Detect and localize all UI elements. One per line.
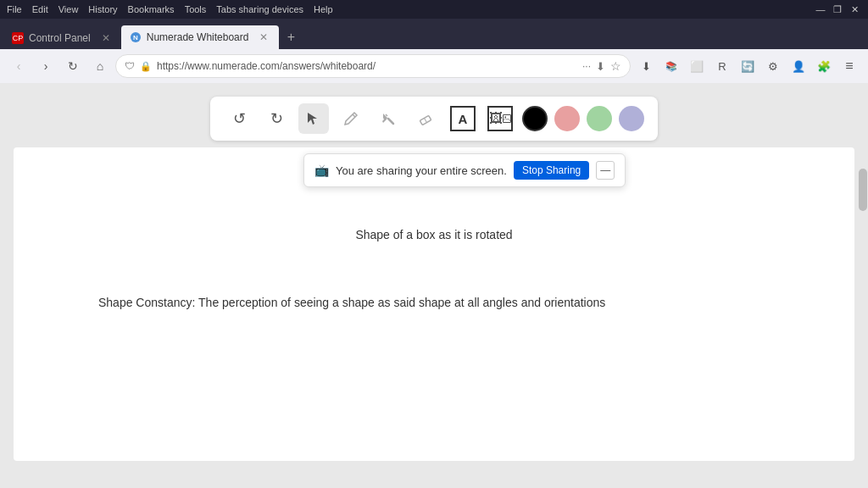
- forward-button[interactable]: ›: [34, 54, 58, 78]
- menu-view[interactable]: View: [58, 4, 79, 14]
- tab-bar: CP Control Panel ✕ N Numerade Whiteboard…: [0, 19, 868, 49]
- scrollbar-thumb[interactable]: [859, 169, 867, 211]
- url-text: https://www.numerade.com/answers/whitebo…: [157, 60, 577, 72]
- share-notification: 📺 You are sharing your entire screen. St…: [303, 153, 626, 187]
- svg-text:N: N: [133, 34, 138, 42]
- pen-tool[interactable]: [336, 103, 366, 134]
- menu-file[interactable]: File: [7, 4, 22, 14]
- shield-icon: 🛡: [125, 60, 135, 72]
- menu-button[interactable]: ≡: [837, 54, 861, 78]
- eraser-tool[interactable]: [410, 103, 441, 134]
- tab-whiteboard-label: Numerade Whiteboard: [147, 31, 249, 43]
- container-button[interactable]: ⬜: [685, 54, 709, 78]
- tab-numerade-whiteboard[interactable]: N Numerade Whiteboard ✕: [121, 25, 280, 49]
- whiteboard-canvas[interactable]: Shape of a box as it is rotated Shape Co…: [14, 147, 854, 461]
- restore-button[interactable]: ❐: [831, 3, 844, 16]
- scrollbar-vertical[interactable]: [858, 166, 868, 488]
- scrollbar-horizontal[interactable]: [0, 478, 858, 488]
- menu-tools[interactable]: Tools: [185, 4, 207, 14]
- back-button[interactable]: ‹: [7, 54, 31, 78]
- pocket-icon[interactable]: ⬇: [596, 60, 605, 73]
- undo-button[interactable]: ↺: [224, 103, 254, 134]
- minimize-button[interactable]: —: [814, 3, 827, 16]
- home-button[interactable]: ⌂: [88, 54, 112, 78]
- wrench-icon: [381, 111, 396, 126]
- svg-point-8: [504, 116, 506, 118]
- refresh-button[interactable]: ↻: [61, 54, 85, 78]
- text-icon: A: [450, 106, 476, 131]
- titlebar-controls: — ❐ ✕: [814, 3, 861, 16]
- cursor-icon: [306, 111, 321, 126]
- reader-button[interactable]: R: [710, 54, 734, 78]
- color-green[interactable]: [587, 106, 612, 131]
- address-bar[interactable]: 🛡 🔒 https://www.numerade.com/answers/whi…: [115, 54, 631, 78]
- svg-marker-2: [308, 113, 317, 125]
- image-tool[interactable]: [485, 103, 515, 134]
- cursor-tool[interactable]: [298, 103, 329, 134]
- share-notification-text: You are sharing your entire screen.: [336, 164, 507, 177]
- close-button[interactable]: ✕: [848, 3, 861, 16]
- stop-sharing-button[interactable]: Stop Sharing: [514, 161, 589, 180]
- control-panel-icon: CP: [12, 32, 24, 44]
- numerade-icon: N: [130, 31, 142, 43]
- text-label: A: [459, 112, 468, 126]
- menu-tabs-sharing[interactable]: Tabs sharing devices: [216, 4, 303, 14]
- eraser-icon: [418, 111, 433, 126]
- minimize-share-button[interactable]: —: [596, 161, 615, 180]
- menu-bookmarks[interactable]: Bookmarks: [128, 4, 175, 14]
- sync-button[interactable]: 🔄: [736, 54, 760, 78]
- svg-rect-7: [503, 114, 510, 122]
- share-screen-icon: 📺: [314, 164, 329, 177]
- titlebar-menu: File Edit View History Bookmarks Tools T…: [7, 4, 333, 14]
- library-button[interactable]: 📚: [659, 54, 683, 78]
- whiteboard-text-1: Shape of a box as it is rotated: [14, 228, 854, 241]
- main-content: 📺 You are sharing your entire screen. St…: [0, 83, 868, 488]
- svg-line-6: [425, 118, 427, 122]
- menu-history[interactable]: History: [88, 4, 117, 14]
- toolbar: ↺ ↻: [210, 97, 658, 141]
- whiteboard-text-2: Shape Constancy: The perception of seein…: [98, 296, 770, 309]
- new-tab-button[interactable]: +: [279, 25, 303, 49]
- text-tool[interactable]: A: [448, 103, 478, 134]
- downloads-button[interactable]: ⬇: [634, 54, 658, 78]
- pen-icon: [343, 111, 359, 126]
- titlebar: File Edit View History Bookmarks Tools T…: [0, 0, 868, 19]
- whiteboard-area: ↺ ↻: [0, 83, 868, 488]
- tab-control-panel-label: Control Panel: [29, 32, 91, 44]
- color-purple[interactable]: [619, 106, 644, 131]
- tab-control-panel[interactable]: CP Control Panel ✕: [3, 27, 121, 49]
- menu-help[interactable]: Help: [314, 4, 333, 14]
- svg-line-4: [386, 114, 387, 116]
- more-icon: ···: [582, 60, 591, 72]
- lock-icon: 🔒: [140, 61, 152, 72]
- svg-line-3: [388, 119, 393, 124]
- tab-control-panel-close[interactable]: ✕: [99, 31, 113, 45]
- menu-edit[interactable]: Edit: [32, 4, 48, 14]
- color-black[interactable]: [522, 106, 548, 131]
- addon-button[interactable]: ⚙: [761, 54, 785, 78]
- bookmark-icon[interactable]: ☆: [610, 59, 621, 73]
- tools-button[interactable]: [373, 103, 403, 134]
- nav-actions: ⬇ 📚 ⬜ R 🔄 ⚙ 👤 🧩 ≡: [634, 54, 861, 78]
- profile-button[interactable]: 👤: [787, 54, 810, 78]
- tab-whiteboard-close[interactable]: ✕: [257, 30, 270, 44]
- redo-button[interactable]: ↻: [261, 103, 292, 134]
- image-icon: [487, 106, 513, 131]
- navbar: ‹ › ↻ ⌂ 🛡 🔒 https://www.numerade.com/ans…: [0, 49, 868, 83]
- color-pink[interactable]: [554, 106, 580, 131]
- extensions-button[interactable]: 🧩: [812, 54, 836, 78]
